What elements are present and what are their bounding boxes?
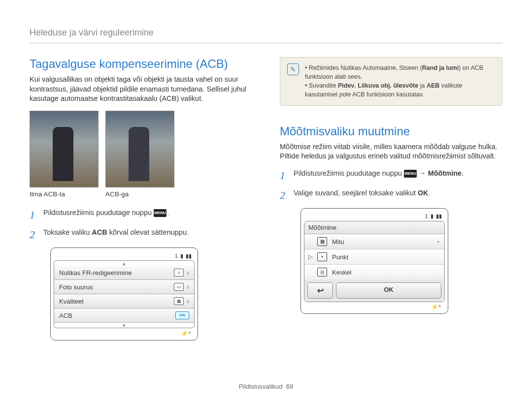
back-button[interactable]: ↩ — [307, 282, 333, 299]
step2-b: ACB — [92, 228, 107, 236]
status-icons: 1 ▮ ▮▮ — [424, 213, 442, 219]
multi-icon: ▦ — [317, 237, 327, 246]
note-line-1: Režiimides Nutikas Automaatne, Stseen (R… — [305, 63, 495, 81]
acb-on-toggle[interactable]: ON — [175, 311, 189, 319]
step1-text-post: . — [168, 209, 170, 216]
sample-without-acb — [30, 111, 99, 187]
step-number: 1 — [280, 168, 289, 184]
chevron-right-icon: › — [187, 283, 189, 291]
menu-icon: MENU — [154, 209, 166, 217]
step2-c: kõrval olevat sättenuppu. — [107, 228, 189, 236]
step-number: 2 — [280, 188, 289, 203]
row-label: Kvaliteet — [59, 298, 84, 305]
selected-marker-icon: ▫ — [437, 238, 439, 245]
flash-auto-icon: ⚡ᴬ — [431, 304, 441, 310]
metering-step-2: 2 Valige suvand, seejärel toksake valiku… — [280, 188, 502, 203]
metering-step-1: 1 Pildistusrežiimis puudutage nuppu MENU… — [280, 168, 502, 184]
note-line-2: Suvandite Pidev, Liikuva obj. ülesvõte j… — [305, 81, 495, 99]
right-column: ✎ Režiimides Nutikas Automaatne, Stseen … — [280, 57, 502, 340]
face-icon: ☺ — [174, 269, 184, 277]
counter: 1 — [425, 213, 428, 219]
step2-post: . — [428, 189, 430, 197]
info-icon: ✎ — [287, 63, 299, 75]
menu-row-photo-size[interactable]: Foto suurus ▭› — [54, 280, 194, 294]
menu-row-acb[interactable]: ACB ON — [54, 308, 194, 323]
step1-post: . — [462, 169, 464, 177]
acb-menu-screenshot: 1 ▮ ▮▮ ▴ Nutikas FR-redigeerimine ☺› Fot… — [50, 247, 198, 340]
step-number: 2 — [30, 227, 38, 243]
step-number: 1 — [30, 208, 38, 223]
battery-icon: ▮ — [431, 213, 433, 219]
step1-arrow: → — [419, 169, 428, 177]
chevron-right-icon: › — [187, 297, 189, 305]
battery-icon: ▮ — [180, 253, 183, 259]
metering-option-center[interactable]: ◎ Keskel — [304, 265, 444, 279]
row-label: Foto suurus — [59, 283, 93, 291]
current-marker-icon: ▷ — [308, 253, 313, 260]
info-note: ✎ Režiimides Nutikas Automaatne, Stseen … — [280, 57, 502, 106]
ok-button[interactable]: OK — [336, 282, 441, 299]
row-label: ACB — [59, 312, 72, 319]
sample-image-pair — [30, 111, 252, 187]
section-title-metering: Mõõtmisvaliku muutmine — [280, 124, 502, 138]
metering-option-spot[interactable]: ▷ • Punkt — [304, 249, 444, 265]
option-label: Mitu — [332, 238, 344, 246]
counter: 1 — [175, 253, 178, 259]
row-label: Nutikas FR-redigeerimine — [59, 269, 132, 277]
section-title-acb: Tagavalguse kompenseerimine (ACB) — [30, 57, 252, 71]
acb-step-1: 1 Pildistusrežiimis puudutage nuppu MENU… — [30, 208, 252, 223]
menu-icon: MENU — [404, 170, 417, 178]
sample-with-acb — [105, 111, 174, 187]
step1-text-pre: Pildistusrežiimis puudutage nuppu — [43, 209, 154, 216]
step1-target: Mõõtmine — [428, 169, 462, 177]
option-label: Punkt — [332, 253, 348, 261]
step1-pre: Pildistusrežiimis puudutage nuppu — [294, 169, 404, 177]
metering-intro: Mõõtmise režiim viitab viisile, milles k… — [280, 142, 502, 161]
footer-page: 69 — [286, 383, 293, 390]
scroll-up-icon[interactable]: ▴ — [54, 261, 194, 266]
quality-icon: ▦ — [174, 297, 184, 305]
center-icon: ◎ — [317, 268, 327, 277]
metering-menu-screenshot: 1 ▮ ▮▮ Mõõtmine ▦ Mitu ▫ ▷ • Punkt — [300, 208, 448, 314]
step2-pre: Valige suvand, seejärel toksake valikut — [294, 189, 418, 197]
flash-auto-icon: ⚡ᴬ — [181, 330, 191, 337]
battery-icon: ▮▮ — [186, 253, 192, 259]
spot-icon: • — [317, 252, 327, 261]
status-icons: 1 ▮ ▮▮ — [174, 253, 192, 259]
page-footer: Pildistusvalikud 69 — [0, 383, 532, 390]
metering-option-multi[interactable]: ▦ Mitu ▫ — [304, 234, 444, 249]
menu-row-smart-fr[interactable]: Nutikas FR-redigeerimine ☺› — [54, 266, 194, 280]
ok-icon: OK — [418, 189, 428, 197]
option-label: Keskel — [332, 269, 351, 276]
breadcrumb: Heleduse ja värvi reguleerimine — [30, 28, 502, 43]
battery-icon: ▮▮ — [436, 213, 442, 219]
size-icon: ▭ — [174, 283, 184, 291]
acb-step-2: 2 Toksake valiku ACB kõrval olevat sätte… — [30, 227, 252, 243]
menu-row-quality[interactable]: Kvaliteet ▦› — [54, 294, 194, 308]
footer-label: Pildistusvalikud — [239, 383, 283, 390]
metering-menu-header: Mõõtmine — [304, 221, 444, 234]
chevron-right-icon: › — [187, 269, 189, 277]
scroll-down-icon[interactable]: ▾ — [54, 323, 194, 328]
caption-with-acb: ACB-ga — [105, 190, 174, 198]
step2-a: Toksake valiku — [43, 228, 92, 236]
acb-intro: Kui valgusallikas on objekti taga või ob… — [30, 75, 252, 104]
left-column: Tagavalguse kompenseerimine (ACB) Kui va… — [30, 57, 252, 340]
caption-without-acb: Ilma ACB-ta — [30, 190, 99, 198]
